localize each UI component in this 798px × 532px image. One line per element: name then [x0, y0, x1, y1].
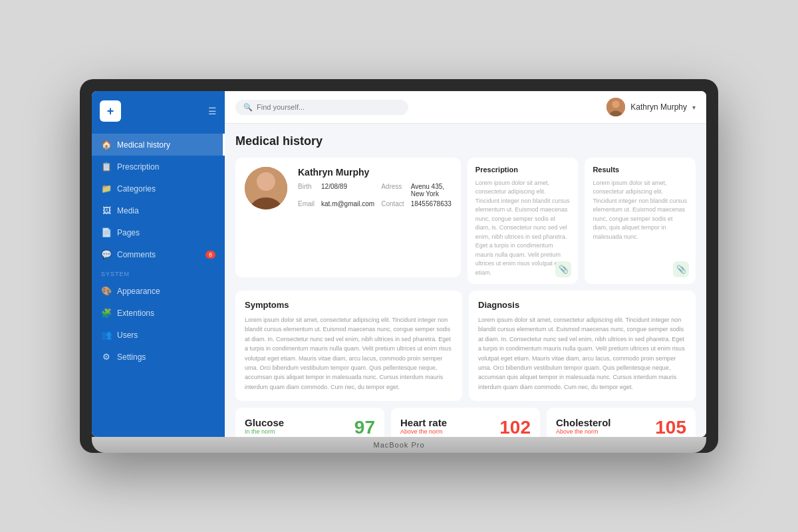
sidebar-item-label: Categories — [117, 184, 156, 194]
home-icon: 🏠 — [101, 140, 112, 150]
sidebar-item-label: Extentions — [117, 309, 154, 318]
contact-label: Contact — [381, 200, 404, 207]
heart-rate-header: Heart rate Above the norm 102 beets per … — [400, 417, 531, 437]
media-icon: 🖼 — [101, 205, 112, 215]
folder-icon: 📁 — [101, 184, 112, 194]
sidebar-item-prescription[interactable]: 📋 Prescription — [92, 156, 225, 178]
sidebar-item-label: Pages — [117, 228, 140, 237]
diagnosis-text: Lorem ipsum dolor sit amet, consectetur … — [478, 315, 686, 392]
main-area: 🔍 Kathryn Murphy ▾ — [225, 91, 706, 437]
metrics-row: Glucose In the norm 97 mg/dl — [235, 408, 696, 437]
sidebar-item-comments[interactable]: 💬 Comments 8 — [92, 243, 225, 265]
symptoms-card: Symptoms Lorem ipsum dolor sit amet, con… — [235, 291, 462, 401]
glucose-header: Glucose In the norm 97 mg/dl — [245, 417, 375, 437]
prescription-card: Prescription Lorem ipsum dolor sit amet,… — [467, 158, 579, 284]
chevron-down-icon[interactable]: ▾ — [692, 104, 696, 111]
sidebar-item-label: Settings — [117, 352, 146, 362]
diagnosis-card: Diagnosis Lorem ipsum dolor sit amet, co… — [469, 291, 696, 401]
sidebar-item-label: Prescription — [117, 162, 159, 172]
contact-value: 18455678633 — [411, 200, 452, 207]
topbar-right: Kathryn Murphy ▾ — [606, 98, 696, 116]
sidebar: + ☰ 🏠 Medical history 📋 Prescription 📁 C… — [92, 91, 225, 437]
hamburger-icon[interactable]: ☰ — [208, 106, 217, 116]
sidebar-item-medical-history[interactable]: 🏠 Medical history — [92, 134, 225, 156]
pages-icon: 📄 — [101, 227, 112, 237]
comments-icon: 💬 — [101, 249, 112, 259]
cholesterol-name: Cholesterol — [556, 417, 611, 428]
appearance-icon: 🎨 — [101, 286, 112, 296]
heart-rate-card: Heart rate Above the norm 102 beets per … — [391, 408, 540, 437]
users-icon: 👥 — [101, 330, 112, 340]
topbar: 🔍 Kathryn Murphy ▾ — [225, 91, 706, 124]
sidebar-item-users[interactable]: 👥 Users — [92, 324, 225, 346]
cholesterol-header: Cholesterol Above the norm 105 mg/dl — [556, 417, 686, 437]
sidebar-item-label: Medical history — [117, 140, 170, 150]
address-label: Adress — [381, 183, 404, 198]
avatar — [606, 98, 625, 116]
symptoms-diagnosis-row: Symptoms Lorem ipsum dolor sit amet, con… — [235, 291, 696, 401]
heart-rate-value: 102 — [494, 417, 531, 437]
glucose-card: Glucose In the norm 97 mg/dl — [235, 408, 384, 437]
app-shell: + ☰ 🏠 Medical history 📋 Prescription 📁 C… — [92, 91, 706, 437]
search-icon: 🔍 — [243, 103, 253, 112]
extensions-icon: 🧩 — [101, 308, 112, 318]
sidebar-nav: 🏠 Medical history 📋 Prescription 📁 Categ… — [92, 131, 225, 437]
cholesterol-value: 105 — [655, 417, 686, 437]
results-card: Results Lorem ipsum dolor sit amet, cons… — [585, 158, 696, 284]
laptop-base: MacBook Pro — [92, 437, 706, 453]
heart-rate-status: Above the norm — [400, 428, 447, 435]
glucose-name: Glucose — [245, 417, 284, 428]
sidebar-item-label: Media — [117, 206, 139, 215]
sidebar-item-media[interactable]: 🖼 Media — [92, 200, 225, 221]
diagnosis-title: Diagnosis — [478, 300, 686, 310]
cholesterol-status: Above the norm — [556, 428, 611, 435]
glucose-status: In the norm — [245, 428, 284, 435]
address-value: Avenu 435, New York — [411, 183, 452, 198]
content-area: Medical history — [225, 124, 706, 437]
birth-value: 12/08/89 — [321, 183, 374, 198]
settings-icon: ⚙ — [101, 352, 112, 362]
svg-point-1 — [612, 100, 620, 108]
results-clip-icon[interactable]: 📎 — [673, 261, 689, 277]
sidebar-item-extensions[interactable]: 🧩 Extentions — [92, 302, 225, 324]
page-title: Medical history — [235, 134, 696, 148]
patient-name: Kathryn Murphy — [298, 167, 452, 178]
sidebar-item-pages[interactable]: 📄 Pages — [92, 221, 225, 243]
glucose-value: 97 — [354, 417, 375, 437]
sidebar-item-label: Comments — [117, 250, 156, 259]
results-text: Lorem ipsum dolor sit amet, consectetur … — [593, 179, 688, 242]
logo-icon[interactable]: + — [100, 100, 121, 122]
svg-point-4 — [257, 172, 275, 191]
prescription-clip-icon[interactable]: 📎 — [555, 261, 571, 277]
search-box[interactable]: 🔍 — [235, 100, 408, 115]
results-title: Results — [593, 164, 688, 176]
laptop-brand-text: MacBook Pro — [373, 441, 424, 449]
sidebar-item-categories[interactable]: 📁 Categories — [92, 178, 225, 200]
email-label: Email — [298, 200, 315, 207]
sidebar-item-appearance[interactable]: 🎨 Appearance — [92, 280, 225, 302]
sidebar-logo: + ☰ — [92, 91, 225, 131]
symptoms-title: Symptoms — [245, 300, 453, 310]
birth-label: Birth — [298, 183, 315, 198]
sidebar-item-settings[interactable]: ⚙ Settings — [92, 346, 225, 368]
patient-info: Kathryn Murphy Birth 12/08/89 Adress Ave… — [298, 167, 452, 268]
prescription-icon: 📋 — [101, 162, 112, 172]
laptop-frame: + ☰ 🏠 Medical history 📋 Prescription 📁 C… — [80, 79, 718, 453]
patient-avatar — [245, 167, 287, 209]
sidebar-item-label: Users — [117, 331, 138, 340]
top-section: Kathryn Murphy Birth 12/08/89 Adress Ave… — [235, 158, 696, 284]
symptoms-text: Lorem ipsum dolor sit amet, consectetur … — [245, 315, 453, 392]
patient-card: Kathryn Murphy Birth 12/08/89 Adress Ave… — [235, 158, 461, 277]
cholesterol-card: Cholesterol Above the norm 105 mg/dl — [547, 408, 696, 437]
user-name: Kathryn Murphy — [630, 102, 687, 112]
sidebar-item-label: Appearance — [117, 287, 160, 296]
heart-rate-name: Heart rate — [400, 417, 447, 428]
system-section-label: SYSTEM — [92, 265, 225, 280]
search-input[interactable] — [257, 103, 400, 111]
patient-fields: Birth 12/08/89 Adress Avenu 435, New Yor… — [298, 183, 452, 207]
email-value: kat.m@gmail.com — [321, 200, 374, 207]
comments-badge: 8 — [205, 251, 215, 259]
prescription-title: Prescription — [475, 164, 571, 176]
laptop-screen: + ☰ 🏠 Medical history 📋 Prescription 📁 C… — [92, 91, 706, 437]
